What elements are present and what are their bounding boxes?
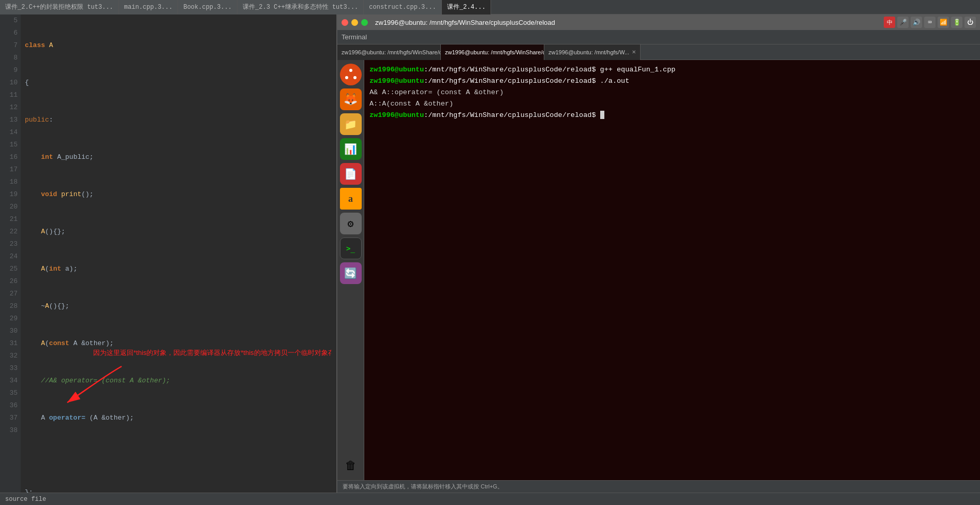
terminal-output[interactable]: zw1996@ubuntu:/mnt/hgfs/WinShare/cpluspl…	[364, 60, 980, 480]
ln-28: 28	[0, 300, 18, 313]
line-numbers: 5 6 7 8 9 10 11 12 13 14 15 16 17 18 19 …	[0, 14, 21, 493]
ln-33: 33	[0, 362, 18, 375]
ln-9: 9	[0, 64, 18, 77]
ubuntu-svg	[344, 67, 358, 82]
terminal-icon[interactable]: >_	[340, 237, 362, 259]
icon-bat: 🔋	[951, 17, 962, 28]
window-maximize-btn[interactable]	[361, 19, 368, 26]
terminal-title-bar: zw1996@ubuntu: /mnt/hgfs/WinShare/cplusp…	[337, 14, 980, 30]
terminal-bottom-bar: 要将输入定向到该虚拟机，请将鼠标指针移入其中或按 Ctrl+G。	[337, 480, 980, 493]
icon-vol: 🔊	[911, 17, 922, 28]
icon-power: ⏻	[964, 17, 976, 28]
term-cmd-1: $ g++ equalFun_1.cpp	[591, 66, 675, 73]
code-line-16	[25, 449, 336, 462]
ubuntu-tab-3-close[interactable]: ✕	[632, 49, 636, 55]
ln-37: 37	[0, 412, 18, 424]
term-line-2: zw1996@ubuntu:/mnt/hgfs/WinShare/cpluspl…	[369, 76, 975, 87]
tab-3[interactable]: Book.cpp.3...	[178, 0, 237, 14]
ln-16: 16	[0, 151, 18, 164]
ln-17: 17	[0, 164, 18, 176]
code-line-11: A(int a);	[25, 263, 336, 275]
firefox-icon[interactable]: 🦊	[340, 88, 362, 110]
tab-2[interactable]: main.cpp.3...	[119, 0, 179, 14]
settings-icon[interactable]: ⚙	[340, 213, 362, 234]
tab-6[interactable]: 课件_2.4...	[442, 0, 491, 14]
term-prompt-2: zw1996@ubuntu	[369, 77, 424, 85]
spreadsheet-symbol: 📊	[344, 143, 357, 156]
status-text: source file	[5, 496, 46, 503]
update-symbol: 🔄	[344, 267, 357, 280]
ln-24: 24	[0, 250, 18, 263]
ln-18: 18	[0, 176, 18, 188]
term-cmd-5: $	[591, 111, 600, 119]
svg-point-3	[345, 76, 348, 79]
term-path-2: :/mnt/hgfs/WinShare/cplusplusCode/reload	[424, 77, 591, 85]
code-content-area: 5 6 7 8 9 10 11 12 13 14 15 16 17 18 19 …	[0, 14, 336, 493]
code-line-5: class A	[25, 39, 336, 52]
ln-20: 20	[0, 201, 18, 213]
ubuntu-logo-icon[interactable]	[340, 64, 362, 85]
tab-5[interactable]: construct.cpp.3...	[364, 0, 442, 14]
terminal-window-area: 🦊 📁 📊 📄 a ⚙ >_ 🔄	[337, 60, 980, 480]
terminal-header: Terminal	[337, 30, 980, 44]
ubuntu-tab-2[interactable]: zw1996@ubuntu: /mnt/hgfs/WinShare/cplusp…	[441, 44, 544, 60]
code-line-9: void print();	[25, 188, 336, 201]
tab-4[interactable]: 课件_2.3 C++继承和多态特性 tut3...	[237, 0, 364, 14]
ubuntu-tab-3-label: zw1996@ubuntu: /mnt/hgfs/W...	[548, 49, 629, 55]
code-line-12: ~A(){};	[25, 300, 336, 313]
code-editor: 5 6 7 8 9 10 11 12 13 14 15 16 17 18 19 …	[0, 14, 336, 493]
term-out-text-2: A::A(const A &other)	[369, 100, 453, 108]
code-line-6: {	[25, 77, 336, 89]
term-out-text-1: A& A::operator= (const A &other)	[369, 88, 503, 96]
window-minimize-btn[interactable]	[351, 19, 358, 26]
code-line-13: A(const A &other);	[25, 337, 336, 350]
icon-zh: 中	[884, 17, 895, 28]
term-line-5: zw1996@ubuntu:/mnt/hgfs/WinShare/cpluspl…	[369, 110, 975, 121]
code-line-7: public:	[25, 114, 336, 126]
term-prompt-1: zw1996@ubuntu	[369, 66, 424, 73]
ubuntu-tab-1[interactable]: zw1996@ubuntu: /mnt/hgfs/WinShare/cplusp…	[337, 44, 441, 60]
ln-6: 6	[0, 27, 18, 39]
ln-23: 23	[0, 238, 18, 250]
term-prompt-5: zw1996@ubuntu	[369, 111, 424, 119]
ln-36: 36	[0, 399, 18, 412]
term-output-1: A& A::operator= (const A &other)	[369, 87, 975, 98]
ubuntu-tab-3[interactable]: zw1996@ubuntu: /mnt/hgfs/W... ✕	[544, 44, 641, 60]
ubuntu-tab-2-label: zw1996@ubuntu: /mnt/hgfs/WinShare/cplusp…	[445, 49, 544, 55]
ln-25: 25	[0, 263, 18, 275]
code-line-14: //A& operator= (const A &other);	[25, 375, 336, 387]
svg-point-2	[349, 69, 352, 72]
ubuntu-sidebar: 🦊 📁 📊 📄 a ⚙ >_ 🔄	[337, 60, 364, 480]
term-cmd-2: $ ./a.out	[591, 77, 629, 85]
ln-26: 26	[0, 275, 18, 288]
ubuntu-tab-bar: zw1996@ubuntu: /mnt/hgfs/WinShare/cplusp…	[337, 44, 980, 60]
terminal-panel: zw1996@ubuntu: /mnt/hgfs/WinShare/cplusp…	[336, 14, 980, 493]
ln-34: 34	[0, 375, 18, 387]
code-text-area[interactable]: class A { public: int A_public; void pri…	[21, 14, 336, 493]
tab-1[interactable]: 课件_2.C++的封装拒绝权限 tut3...	[0, 0, 119, 14]
trash-icon[interactable]: 🗑	[340, 455, 362, 477]
main-content: 5 6 7 8 9 10 11 12 13 14 15 16 17 18 19 …	[0, 14, 980, 493]
amazon-icon[interactable]: a	[340, 188, 362, 210]
settings-symbol: ⚙	[347, 217, 353, 230]
ubuntu-tab-1-label: zw1996@ubuntu: /mnt/hgfs/WinShare/cplusp…	[341, 49, 441, 55]
terminal-app-title: Terminal	[341, 33, 367, 41]
spreadsheet-icon[interactable]: 📊	[340, 138, 362, 160]
update-icon[interactable]: 🔄	[340, 262, 362, 284]
ln-7: 7	[0, 39, 18, 52]
term-cursor	[600, 111, 604, 119]
window-close-btn[interactable]	[341, 19, 348, 26]
files-icon[interactable]: 📁	[340, 113, 362, 135]
ln-11: 11	[0, 89, 18, 101]
term-output-2: A::A(const A &other)	[369, 98, 975, 110]
terminal-bottom-text: 要将输入定向到该虚拟机，请将鼠标指针移入其中或按 Ctrl+G。	[343, 483, 503, 491]
ln-13: 13	[0, 114, 18, 126]
ln-32: 32	[0, 350, 18, 362]
ln-29: 29	[0, 313, 18, 325]
code-line-8: int A_public;	[25, 151, 336, 164]
ln-38: 38	[0, 424, 18, 437]
ln-12: 12	[0, 101, 18, 114]
document-icon[interactable]: 📄	[340, 163, 362, 185]
ln-8: 8	[0, 52, 18, 64]
code-line-10: A(){};	[25, 226, 336, 238]
